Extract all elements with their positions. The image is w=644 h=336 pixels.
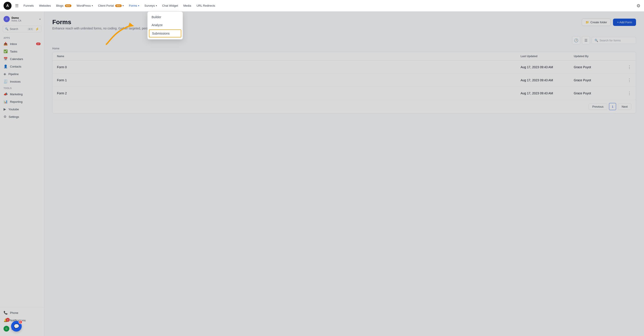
modal-overlay[interactable] bbox=[0, 0, 644, 336]
nav-surveys[interactable]: Surveys ▾ bbox=[142, 3, 159, 9]
nav-funnels[interactable]: Funnels bbox=[21, 3, 36, 9]
nav-forms[interactable]: Forms ▾ bbox=[127, 3, 142, 9]
chat-widget-bubble[interactable]: 💬 3 bbox=[11, 321, 22, 332]
chat-badge: 3 bbox=[18, 320, 22, 324]
nav-url-redirects[interactable]: URL Redirects bbox=[194, 3, 218, 9]
surveys-chevron-icon: ▾ bbox=[156, 4, 157, 7]
forms-chevron-icon: ▾ bbox=[138, 4, 139, 7]
nav-blogs[interactable]: Blogs New bbox=[54, 3, 73, 9]
blogs-badge: New bbox=[65, 4, 71, 7]
client-portal-badge: New bbox=[115, 4, 122, 7]
dropdown-analyze[interactable]: Analyze bbox=[148, 21, 182, 29]
app-logo: A bbox=[4, 2, 12, 10]
chevron-down-icon: ▾ bbox=[92, 4, 93, 7]
dropdown-submissions[interactable]: Submissions bbox=[149, 29, 181, 37]
forms-dropdown-menu: Builder Analyze Submissions bbox=[147, 11, 183, 39]
hamburger-menu[interactable]: ☰ bbox=[15, 3, 18, 8]
dropdown-builder[interactable]: Builder bbox=[148, 13, 182, 21]
nav-media[interactable]: Media bbox=[181, 3, 193, 9]
nav-wordpress[interactable]: WordPress ▾ bbox=[74, 3, 95, 9]
settings-gear-icon[interactable]: ⚙ bbox=[636, 3, 640, 8]
top-navigation: A ☰ Funnels Websites Blogs New WordPress… bbox=[0, 0, 644, 11]
nav-chat-widget[interactable]: Chat Widget bbox=[160, 3, 180, 9]
nav-websites[interactable]: Websites bbox=[37, 3, 53, 9]
chevron-down-icon2: ▾ bbox=[122, 4, 124, 7]
nav-client-portal[interactable]: Client Portal New ▾ bbox=[96, 3, 126, 9]
